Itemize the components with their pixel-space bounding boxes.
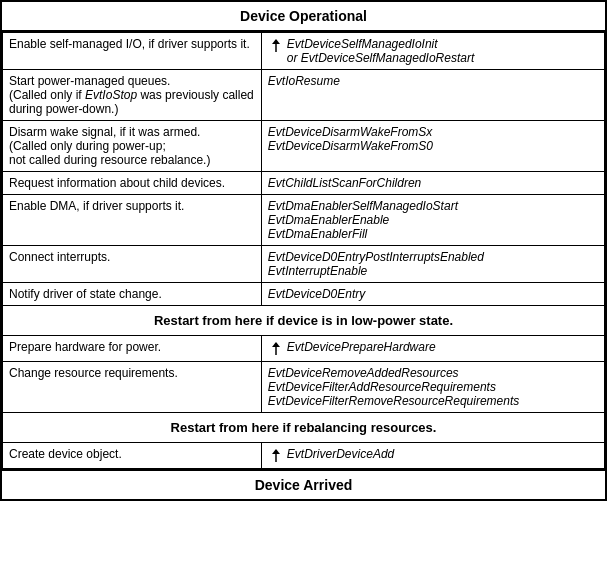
main-container: Device Operational Enable self-managed I… <box>0 0 607 501</box>
right-cell: EvtDeviceD0Entry <box>261 283 604 306</box>
separator-cell: Restart from here if rebalancing resourc… <box>3 413 605 443</box>
left-cell: Connect interrupts. <box>3 246 262 283</box>
left-cell: Enable DMA, if driver supports it. <box>3 195 262 246</box>
right-cell: EvtChildListScanForChildren <box>261 172 604 195</box>
table-row: Change resource requirements.EvtDeviceRe… <box>3 362 605 413</box>
right-cell: EvtIoResume <box>261 70 604 121</box>
right-cell: EvtDmaEnablerSelfManagedIoStartEvtDmaEna… <box>261 195 604 246</box>
left-cell: Request information about child devices. <box>3 172 262 195</box>
table-row: Disarm wake signal, if it was armed.(Cal… <box>3 121 605 172</box>
table-row: Notify driver of state change.EvtDeviceD… <box>3 283 605 306</box>
left-cell: Notify driver of state change. <box>3 283 262 306</box>
separator-cell: Restart from here if device is in low-po… <box>3 306 605 336</box>
separator-row: Restart from here if device is in low-po… <box>3 306 605 336</box>
table-row: Create device object. EvtDriverDeviceAdd <box>3 443 605 469</box>
right-cell: EvtDeviceRemoveAddedResourcesEvtDeviceFi… <box>261 362 604 413</box>
svg-marker-5 <box>272 449 280 454</box>
svg-marker-1 <box>272 39 280 44</box>
left-cell: Change resource requirements. <box>3 362 262 413</box>
main-table: Enable self-managed I/O, if driver suppo… <box>2 32 605 469</box>
right-cell: EvtDeviceSelfManagedIoInitor EvtDeviceSe… <box>261 33 604 70</box>
svg-marker-3 <box>272 342 280 347</box>
header-title: Device Operational <box>2 2 605 32</box>
table-row: Request information about child devices.… <box>3 172 605 195</box>
right-cell: EvtDeviceD0EntryPostInterruptsEnabledEvt… <box>261 246 604 283</box>
right-cell: EvtDriverDeviceAdd <box>261 443 604 469</box>
table-row: Connect interrupts.EvtDeviceD0EntryPostI… <box>3 246 605 283</box>
right-cell: EvtDeviceDisarmWakeFromSxEvtDeviceDisarm… <box>261 121 604 172</box>
left-cell: Enable self-managed I/O, if driver suppo… <box>3 33 262 70</box>
table-row: Enable self-managed I/O, if driver suppo… <box>3 33 605 70</box>
left-cell: Prepare hardware for power. <box>3 336 262 362</box>
footer-title: Device Arrived <box>2 469 605 499</box>
table-row: Prepare hardware for power. EvtDevicePre… <box>3 336 605 362</box>
left-cell: Disarm wake signal, if it was armed.(Cal… <box>3 121 262 172</box>
left-cell: Start power-managed queues.(Called only … <box>3 70 262 121</box>
table-row: Enable DMA, if driver supports it.EvtDma… <box>3 195 605 246</box>
left-cell: Create device object. <box>3 443 262 469</box>
right-cell: EvtDevicePrepareHardware <box>261 336 604 362</box>
separator-row: Restart from here if rebalancing resourc… <box>3 413 605 443</box>
table-row: Start power-managed queues.(Called only … <box>3 70 605 121</box>
